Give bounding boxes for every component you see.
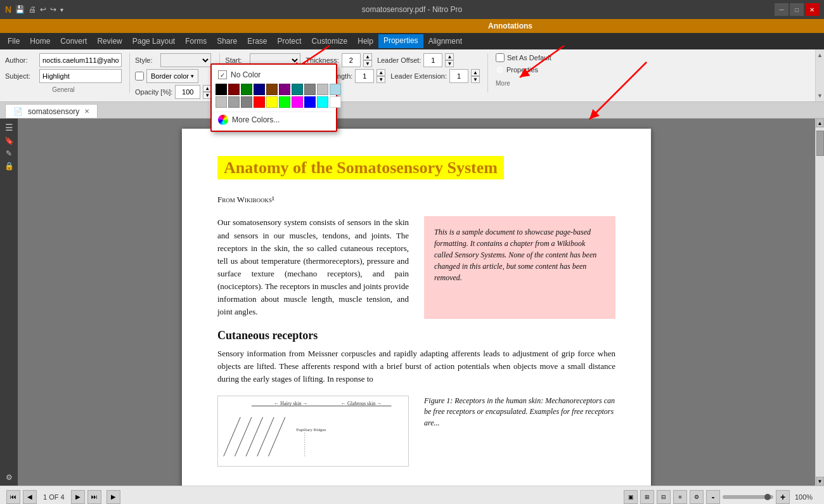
- zoom-label: 100%: [795, 493, 818, 501]
- leader-offset-up-btn[interactable]: ▲: [445, 53, 454, 60]
- color-swatch-navy[interactable]: [254, 84, 265, 95]
- color-swatch-lightblue[interactable]: [330, 84, 341, 95]
- author-input[interactable]: [39, 53, 122, 67]
- view-scroll-btn[interactable]: ≡: [673, 490, 687, 504]
- menu-home[interactable]: Home: [25, 35, 55, 48]
- menu-customize[interactable]: Customize: [307, 35, 353, 48]
- no-color-row[interactable]: ✓ No Color: [216, 68, 332, 81]
- subject-input[interactable]: [39, 69, 122, 83]
- leader-extension-up-btn[interactable]: ▲: [471, 69, 480, 76]
- menu-convert[interactable]: Convert: [55, 35, 92, 48]
- leader-length-down-btn[interactable]: ▼: [377, 76, 385, 83]
- zoom-slider[interactable]: [723, 495, 773, 499]
- next-page-btn[interactable]: ▶: [71, 490, 85, 504]
- color-swatch-teal[interactable]: [292, 84, 303, 95]
- save-icon[interactable]: 💾: [15, 5, 25, 14]
- menu-protect[interactable]: Protect: [273, 35, 307, 48]
- color-swatch-brown[interactable]: [266, 84, 278, 95]
- tab-close-icon[interactable]: ✕: [84, 108, 89, 115]
- leader-length-input[interactable]: [355, 69, 374, 83]
- color-swatch-silver[interactable]: [317, 84, 328, 95]
- color-swatch-darkgreen[interactable]: [241, 84, 252, 95]
- sidebar-gear-icon[interactable]: ⚙: [6, 473, 13, 482]
- prev-page-btn[interactable]: ◀: [23, 490, 37, 504]
- color-swatch-magenta[interactable]: [292, 96, 303, 108]
- close-button[interactable]: ✕: [805, 3, 819, 16]
- restore-button[interactable]: □: [790, 3, 804, 16]
- color-swatch-cyan[interactable]: [317, 96, 328, 108]
- pdf-figure-drawing: ← Hairy skin → ← Glabrous skin → Papilla…: [217, 396, 409, 467]
- sidebar-bookmark-icon[interactable]: 🔖: [4, 136, 14, 145]
- color-swatch-white[interactable]: [330, 96, 341, 108]
- ribbon-collapse-down-btn[interactable]: ▼: [816, 91, 825, 100]
- pdf-page: Anatomy of the Somatosensory System From…: [182, 129, 651, 486]
- pdf-viewer[interactable]: Anatomy of the Somatosensory System From…: [18, 119, 815, 486]
- color-swatch-lime[interactable]: [279, 96, 290, 108]
- sidebar-lock-icon[interactable]: 🔒: [4, 162, 14, 171]
- zoom-settings-btn[interactable]: ⚙: [690, 490, 704, 504]
- menu-erase[interactable]: Erase: [242, 35, 272, 48]
- color-swatch-silver2[interactable]: [216, 96, 227, 108]
- view-double-btn[interactable]: ⊞: [640, 490, 654, 504]
- leader-extension-down-btn[interactable]: ▼: [471, 76, 480, 83]
- zoom-in-btn[interactable]: +: [776, 490, 790, 504]
- leader-length-up-btn[interactable]: ▲: [377, 69, 385, 76]
- leader-offset-down-btn[interactable]: ▼: [445, 60, 454, 67]
- menu-forms[interactable]: Forms: [180, 35, 212, 48]
- document-tab[interactable]: 📄 somatosensory ✕: [5, 104, 98, 118]
- leader-offset-input[interactable]: [423, 53, 442, 67]
- more-colors-row[interactable]: More Colors...: [216, 112, 332, 127]
- ribbon-collapse-up-btn[interactable]: ▲: [816, 51, 825, 60]
- undo-icon[interactable]: ↩: [40, 5, 46, 14]
- menu-page-layout[interactable]: Page Layout: [127, 35, 180, 48]
- thickness-input[interactable]: [342, 53, 361, 67]
- menu-alignment[interactable]: Alignment: [423, 35, 467, 48]
- border-color-button[interactable]: Border color ▾: [146, 69, 198, 83]
- color-swatch-blue[interactable]: [304, 96, 316, 108]
- minimize-button[interactable]: ─: [775, 3, 789, 16]
- play-btn[interactable]: ▶: [106, 490, 120, 504]
- svg-line-11: [268, 417, 285, 456]
- set-default-checkbox[interactable]: [496, 53, 505, 62]
- scroll-down-btn[interactable]: ▼: [816, 477, 824, 486]
- menu-file[interactable]: File: [3, 35, 25, 48]
- color-swatch-gray2[interactable]: [228, 96, 240, 108]
- style-select[interactable]: [160, 53, 211, 67]
- dropdown-arrow-icon[interactable]: ▾: [60, 6, 63, 13]
- scroll-up-btn[interactable]: ▲: [816, 119, 824, 127]
- print-icon[interactable]: 🖨: [29, 5, 36, 14]
- color-swatch-yellow[interactable]: [266, 96, 278, 108]
- menu-help[interactable]: Help: [352, 35, 378, 48]
- view-single-btn[interactable]: ▣: [624, 490, 638, 504]
- menu-properties[interactable]: Properties: [378, 34, 423, 48]
- thickness-up-btn[interactable]: ▲: [363, 53, 372, 60]
- title-bar: N 💾 🖨 ↩ ↪ ▾ somatosensory.pdf - Nitro Pr…: [0, 0, 824, 19]
- thickness-down-btn[interactable]: ▼: [363, 60, 372, 67]
- properties-label[interactable]: Properties: [506, 66, 538, 74]
- redo-icon[interactable]: ↪: [50, 5, 56, 14]
- sidebar-edit-icon[interactable]: ✎: [6, 149, 12, 158]
- color-swatch-gray[interactable]: [304, 84, 316, 95]
- pdf-note-text: This is a sample document to showcase pa…: [434, 226, 605, 283]
- leader-extension-input[interactable]: [449, 69, 468, 83]
- opacity-input[interactable]: [175, 85, 200, 99]
- color-swatch-red[interactable]: [254, 96, 265, 108]
- menu-share[interactable]: Share: [212, 35, 242, 48]
- color-swatch-black[interactable]: [216, 84, 227, 95]
- menu-review[interactable]: Review: [92, 35, 127, 48]
- color-swatch-gray3[interactable]: [241, 96, 252, 108]
- annotations-tab-header: Annotations: [0, 19, 824, 33]
- first-page-btn[interactable]: ⏮: [6, 490, 20, 504]
- border-color-label: Border color: [151, 72, 189, 80]
- border-color-checkbox[interactable]: [135, 72, 144, 81]
- scroll-thumb[interactable]: [816, 131, 824, 156]
- zoom-out-btn[interactable]: -: [706, 490, 720, 504]
- sidebar-menu-icon[interactable]: ☰: [5, 122, 13, 132]
- ribbon-group-more: Set As Default ⚙ Properties More: [493, 53, 551, 87]
- color-swatch-darkred[interactable]: [228, 84, 240, 95]
- view-grid-btn[interactable]: ⊟: [657, 490, 671, 504]
- zoom-slider-thumb[interactable]: [764, 494, 771, 500]
- last-page-btn[interactable]: ⏭: [87, 490, 101, 504]
- right-scrollbar[interactable]: ▲ ▼: [815, 119, 824, 486]
- color-swatch-purple[interactable]: [279, 84, 290, 95]
